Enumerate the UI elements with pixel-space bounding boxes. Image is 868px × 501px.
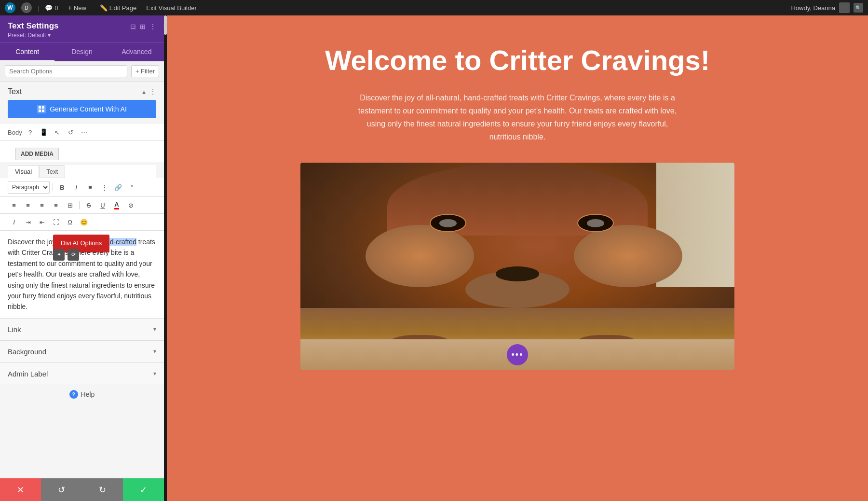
strikethrough-button[interactable]: S (82, 199, 95, 211)
tab-content[interactable]: Content (0, 43, 54, 61)
svg-rect-2 (39, 110, 41, 112)
align-right-button[interactable]: ≡ (36, 199, 48, 211)
maximize-icon[interactable]: ⊡ (130, 23, 136, 30)
align-left-button[interactable]: ≡ (8, 199, 20, 211)
mobile-icon[interactable]: 📱 (39, 127, 49, 138)
add-media-button[interactable]: ADD MEDIA (15, 148, 59, 160)
rich-toolbar-3: I ⇥ ⇤ ⛶ Ω 😊 (0, 214, 164, 231)
redo-button[interactable]: ↻ (82, 478, 123, 501)
ordered-list-button[interactable]: ⋮ (98, 181, 110, 194)
body-toolbar: Body ? 📱 ↖ ↺ ⋯ (0, 124, 164, 141)
link-chevron-icon: ▾ (153, 326, 156, 333)
add-media-row: ADD MEDIA (0, 141, 164, 162)
edit-page-button[interactable]: ✏️ Edit Page (96, 3, 140, 13)
search-input[interactable] (5, 65, 127, 77)
section-more-icon[interactable]: ⋮ (149, 88, 156, 96)
align-center-button[interactable]: ≡ (22, 199, 34, 211)
more-icon[interactable]: ⋮ (149, 23, 156, 30)
unordered-list-button[interactable]: ≡ (84, 181, 96, 194)
dog-eye-left (431, 215, 465, 231)
tab-advanced[interactable]: Advanced (109, 43, 164, 61)
editor-tab-visual[interactable]: Visual (8, 165, 39, 178)
dog-cheek-right (574, 225, 682, 287)
admin-label-section[interactable]: Admin Label ▾ (0, 362, 164, 385)
paragraph-select[interactable]: Paragraph (8, 181, 50, 194)
italic-button[interactable]: I (70, 181, 82, 194)
wordpress-icon[interactable]: W (5, 2, 15, 13)
comment-count[interactable]: 💬 0 (45, 4, 58, 12)
link-section[interactable]: Link ▾ (0, 318, 164, 340)
format-clear-button[interactable]: ⊘ (124, 199, 137, 211)
help-icon[interactable]: ? (25, 127, 36, 138)
background-section[interactable]: Background ▾ (0, 340, 164, 362)
ai-tooltip-icon-2[interactable]: ⟳ (68, 249, 79, 261)
plus-icon: + (68, 4, 72, 12)
text-section-label: Text (8, 87, 22, 96)
link-button[interactable]: 🔗 (112, 181, 124, 194)
left-panel: Text Settings ⊡ ⊞ ⋮ Preset: Default ▾ Co… (0, 15, 164, 501)
text-editor-area[interactable]: Discover the joy of all-natural, hand-cr… (0, 231, 164, 318)
emoji-button[interactable]: 😊 (78, 216, 90, 228)
tab-bar: Content Design Advanced (0, 42, 164, 61)
underline-button[interactable]: U (96, 199, 109, 211)
background-chevron-icon: ▾ (153, 348, 156, 355)
preset-chevron-icon: ▾ (48, 32, 51, 39)
three-dots-icon: ••• (512, 350, 524, 360)
user-avatar[interactable] (839, 2, 850, 13)
collapse-icon[interactable]: ▴ (142, 88, 146, 96)
history-icon[interactable]: ↺ (66, 127, 76, 138)
cancel-button[interactable]: ✕ (0, 478, 41, 501)
undo-icon: ↺ (58, 485, 65, 495)
divi-icon[interactable]: D (21, 2, 32, 13)
omega-icon[interactable]: Ω (64, 216, 76, 228)
blockquote-button[interactable]: " (126, 181, 138, 194)
align-justify-button[interactable]: ≡ (50, 199, 62, 211)
search-icon[interactable]: 🔍 (854, 3, 863, 13)
editor-tab-text[interactable]: Text (39, 165, 65, 178)
undo-button[interactable]: ↺ (41, 478, 82, 501)
ai-tooltip-icon-1[interactable]: ✦ (53, 249, 65, 261)
new-button[interactable]: + New (64, 3, 90, 13)
main-layout: Text Settings ⊡ ⊞ ⋮ Preset: Default ▾ Co… (0, 15, 868, 501)
italic2-button[interactable]: I (8, 216, 20, 228)
separator: | (38, 4, 39, 12)
svg-rect-0 (39, 106, 41, 109)
indent-button[interactable]: ⇥ (22, 216, 34, 228)
search-row: + Filter (0, 61, 164, 82)
topbar: W D | 💬 0 + New ✏️ Edit Page Exit Visual… (0, 0, 868, 15)
help-button[interactable]: ? Help (69, 390, 95, 399)
tab-design[interactable]: Design (54, 43, 109, 61)
svg-rect-3 (42, 110, 44, 112)
table-button[interactable]: ⊞ (64, 199, 76, 211)
settings-dots-icon[interactable]: ⋯ (79, 127, 90, 138)
font-color-button[interactable]: A (110, 199, 123, 211)
outdent-button[interactable]: ⇤ (36, 216, 48, 228)
save-button[interactable]: ✓ (123, 478, 164, 501)
dog-nose (496, 266, 539, 281)
ai-tooltip-icons: ✦ ⟳ (53, 249, 79, 261)
fullscreen-button[interactable]: ⛶ (50, 216, 62, 228)
dog-cheek-left (366, 225, 474, 287)
bold-button[interactable]: B (56, 181, 68, 194)
generate-ai-button[interactable]: Generate Content With AI (8, 100, 156, 118)
exit-visual-builder-button[interactable]: Exit Visual Builder (146, 4, 197, 12)
panel-preset[interactable]: Preset: Default ▾ (8, 32, 156, 39)
comment-icon: 💬 (45, 4, 53, 12)
user-greeting: Howdy, Deanna (791, 4, 835, 12)
section-header-controls: ▴ ⋮ (142, 88, 156, 96)
filter-button[interactable]: + Filter (131, 65, 159, 77)
panel-header: Text Settings ⊡ ⊞ ⋮ Preset: Default ▾ (0, 15, 164, 42)
layout-icon[interactable]: ⊞ (140, 23, 146, 30)
dog-eye-right (578, 215, 613, 231)
cancel-icon: ✕ (17, 485, 24, 495)
cursor-icon[interactable]: ↖ (52, 127, 63, 138)
dog-face (300, 163, 734, 370)
svg-rect-1 (42, 106, 44, 109)
rich-toolbar-2: ≡ ≡ ≡ ≡ ⊞ S U A ⊘ (0, 197, 164, 214)
resize-handle[interactable]: ⋮ (164, 15, 167, 35)
topbar-right: Howdy, Deanna 🔍 (791, 2, 863, 13)
editor-tabs: Visual Text (8, 165, 156, 178)
three-dots-button[interactable]: ••• (507, 344, 528, 365)
body-label: Body (8, 129, 22, 136)
ai-icon (37, 105, 46, 113)
